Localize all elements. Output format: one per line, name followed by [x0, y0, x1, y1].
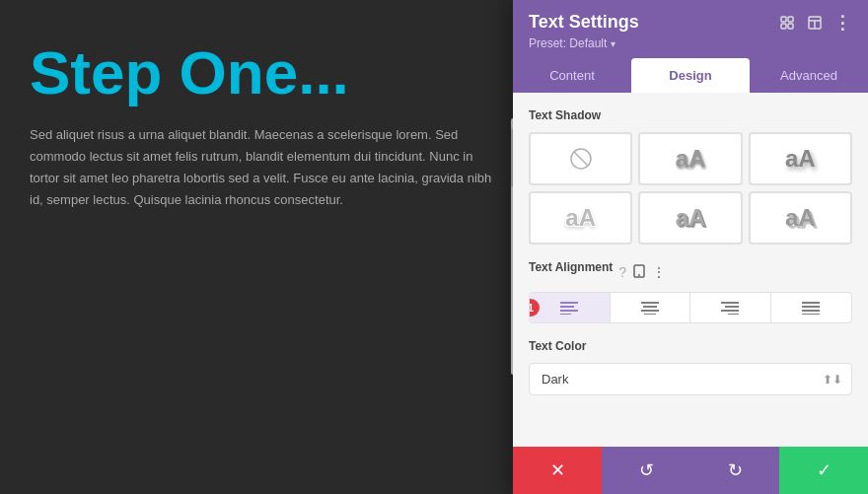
text-color-select[interactable]: Dark Light Custom [529, 363, 852, 395]
shadow-s1-label: aA [676, 145, 706, 173]
tab-advanced[interactable]: Advanced [750, 58, 868, 93]
redo-icon: ↻ [728, 459, 743, 481]
shadow-option-1[interactable]: aA [638, 132, 742, 185]
svg-rect-1 [788, 17, 793, 22]
preset-label: Preset: Default [529, 36, 607, 50]
align-header: Text Alignment ? ⋮ [529, 260, 852, 284]
align-justify[interactable] [771, 293, 852, 322]
shadow-option-3[interactable]: aA [529, 191, 632, 245]
preset-caret: ▾ [611, 38, 615, 49]
tab-design[interactable]: Design [631, 58, 750, 93]
cancel-icon: ✕ [550, 459, 565, 481]
settings-panel: Text Settings [513, 0, 868, 494]
shadow-option-4[interactable]: aA [638, 191, 742, 245]
panel-title: Text Settings [529, 12, 639, 33]
text-alignment-title: Text Alignment [529, 260, 613, 274]
svg-line-8 [574, 152, 588, 166]
shadow-option-5[interactable]: aA [749, 191, 852, 245]
canvas-body: Sed aliquet risus a urna aliquet blandit… [30, 124, 493, 211]
shadow-option-none[interactable] [529, 132, 632, 185]
svg-rect-2 [781, 24, 786, 29]
shadow-s3-label: aA [565, 204, 596, 232]
canvas-area: Step One... Sed aliquet risus a urna ali… [0, 0, 523, 494]
number-badge: 1 [529, 299, 540, 317]
canvas-heading: Step One... [30, 39, 493, 106]
redo-button[interactable]: ↻ [690, 447, 779, 494]
layout-icon[interactable] [805, 13, 825, 33]
panel-header-icons: ⋮ [777, 13, 852, 33]
expand-icon[interactable] [777, 13, 797, 33]
text-color-section: Text Color Dark Light Custom ⬆⬇ [529, 339, 852, 395]
shadow-s2-label: aA [785, 145, 816, 173]
panel-footer: ✕ ↺ ↻ ✓ [513, 447, 868, 494]
panel-body: Text Shadow aA aA [513, 93, 868, 447]
align-more-icon[interactable]: ⋮ [652, 264, 666, 280]
panel-header-top: Text Settings [529, 12, 852, 33]
panel-preset[interactable]: Preset: Default ▾ [529, 36, 852, 50]
undo-icon: ↺ [639, 459, 654, 481]
text-color-title: Text Color [529, 339, 852, 353]
text-shadow-title: Text Shadow [529, 108, 852, 122]
more-icon[interactable]: ⋮ [832, 13, 852, 33]
text-alignment-section: Text Alignment ? ⋮ 1 [529, 260, 852, 323]
align-center[interactable] [611, 293, 691, 322]
panel-tabs: Content Design Advanced [513, 58, 868, 93]
svg-rect-0 [781, 17, 786, 22]
device-icon[interactable] [632, 264, 646, 281]
align-right[interactable] [690, 293, 771, 322]
shadow-option-2[interactable]: aA [749, 132, 852, 185]
tab-content[interactable]: Content [513, 58, 631, 93]
confirm-icon: ✓ [817, 459, 832, 481]
shadow-s5-label: aA [785, 204, 816, 232]
help-icon[interactable]: ? [618, 264, 626, 280]
svg-rect-3 [788, 24, 793, 29]
align-left[interactable]: 1 [530, 293, 611, 322]
cancel-button[interactable]: ✕ [513, 447, 602, 494]
text-shadow-section: Text Shadow aA aA [529, 108, 852, 245]
shadow-grid: aA aA aA aA aA [529, 132, 852, 245]
align-options: 1 [529, 292, 852, 323]
confirm-button[interactable]: ✓ [779, 447, 868, 494]
panel-header: Text Settings [513, 0, 868, 58]
shadow-s4-label: aA [676, 204, 706, 232]
color-select-wrap: Dark Light Custom ⬆⬇ [529, 363, 852, 395]
undo-button[interactable]: ↺ [602, 447, 690, 494]
